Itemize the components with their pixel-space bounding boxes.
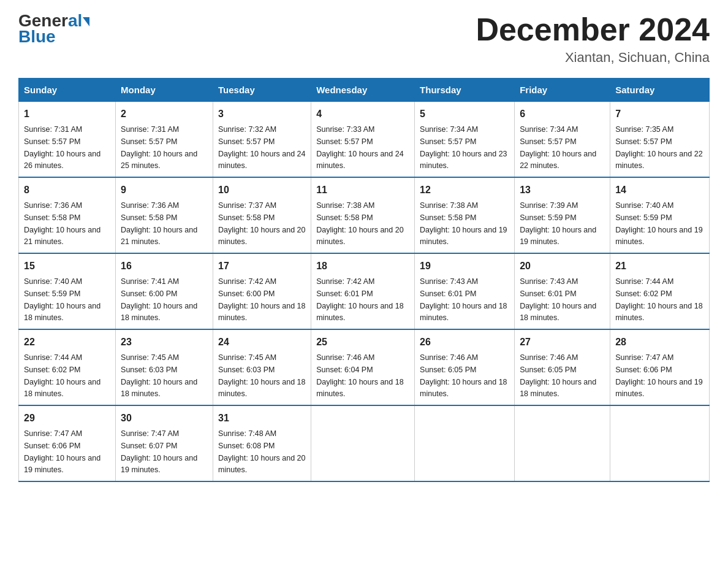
day-info: Sunrise: 7:46 AMSunset: 6:05 PMDaylight:…	[420, 353, 507, 398]
day-cell-31: 31Sunrise: 7:48 AMSunset: 6:08 PMDayligh…	[213, 405, 311, 481]
day-info: Sunrise: 7:43 AMSunset: 6:01 PMDaylight:…	[420, 277, 507, 322]
weekday-header-tuesday: Tuesday	[213, 79, 311, 102]
weekday-header-row: SundayMondayTuesdayWednesdayThursdayFrid…	[19, 79, 710, 102]
day-number: 3	[218, 107, 306, 121]
day-cell-21: 21Sunrise: 7:44 AMSunset: 6:02 PMDayligh…	[610, 253, 710, 329]
day-info: Sunrise: 7:39 AMSunset: 5:59 PMDaylight:…	[520, 201, 596, 246]
day-info: Sunrise: 7:40 AMSunset: 5:59 PMDaylight:…	[24, 277, 100, 322]
day-cell-28: 28Sunrise: 7:47 AMSunset: 6:06 PMDayligh…	[610, 329, 710, 405]
day-info: Sunrise: 7:47 AMSunset: 6:07 PMDaylight:…	[121, 429, 197, 474]
day-info: Sunrise: 7:36 AMSunset: 5:58 PMDaylight:…	[121, 201, 197, 246]
day-number: 24	[218, 335, 306, 350]
day-info: Sunrise: 7:34 AMSunset: 5:57 PMDaylight:…	[520, 125, 596, 170]
day-info: Sunrise: 7:45 AMSunset: 6:03 PMDaylight:…	[218, 353, 305, 398]
day-number: 19	[420, 259, 509, 274]
day-info: Sunrise: 7:46 AMSunset: 6:04 PMDaylight:…	[316, 353, 403, 398]
day-number: 30	[121, 411, 208, 426]
day-number: 20	[520, 259, 605, 274]
day-info: Sunrise: 7:33 AMSunset: 5:57 PMDaylight:…	[316, 125, 403, 170]
day-cell-22: 22Sunrise: 7:44 AMSunset: 6:02 PMDayligh…	[19, 329, 116, 405]
day-info: Sunrise: 7:38 AMSunset: 5:58 PMDaylight:…	[316, 201, 403, 246]
empty-cell	[415, 405, 515, 481]
day-info: Sunrise: 7:40 AMSunset: 5:59 PMDaylight:…	[615, 201, 702, 246]
day-cell-8: 8Sunrise: 7:36 AMSunset: 5:58 PMDaylight…	[19, 177, 116, 253]
day-number: 7	[615, 107, 704, 121]
day-info: Sunrise: 7:46 AMSunset: 6:05 PMDaylight:…	[520, 353, 596, 398]
day-number: 15	[24, 259, 110, 274]
day-info: Sunrise: 7:44 AMSunset: 6:02 PMDaylight:…	[615, 277, 702, 322]
day-number: 29	[24, 411, 110, 426]
day-number: 16	[121, 259, 208, 274]
day-number: 14	[615, 183, 704, 197]
page-header: General Blue December 2024 Xiantan, Sich…	[18, 12, 710, 66]
day-cell-13: 13Sunrise: 7:39 AMSunset: 5:59 PMDayligh…	[515, 177, 610, 253]
day-cell-2: 2Sunrise: 7:31 AMSunset: 5:57 PMDaylight…	[116, 102, 213, 178]
day-cell-25: 25Sunrise: 7:46 AMSunset: 6:04 PMDayligh…	[311, 329, 415, 405]
day-info: Sunrise: 7:45 AMSunset: 6:03 PMDaylight:…	[121, 353, 197, 398]
day-cell-30: 30Sunrise: 7:47 AMSunset: 6:07 PMDayligh…	[116, 405, 213, 481]
location: Xiantan, Sichuan, China	[476, 50, 710, 66]
day-info: Sunrise: 7:31 AMSunset: 5:57 PMDaylight:…	[121, 125, 197, 170]
day-number: 10	[218, 183, 306, 197]
day-info: Sunrise: 7:42 AMSunset: 6:00 PMDaylight:…	[218, 277, 305, 322]
day-info: Sunrise: 7:34 AMSunset: 5:57 PMDaylight:…	[420, 125, 507, 170]
day-number: 18	[316, 259, 409, 274]
day-info: Sunrise: 7:31 AMSunset: 5:57 PMDaylight:…	[24, 125, 100, 170]
empty-cell	[311, 405, 415, 481]
weekday-header-monday: Monday	[116, 79, 213, 102]
day-info: Sunrise: 7:42 AMSunset: 6:01 PMDaylight:…	[316, 277, 403, 322]
calendar-table: SundayMondayTuesdayWednesdayThursdayFrid…	[18, 78, 710, 482]
day-cell-6: 6Sunrise: 7:34 AMSunset: 5:57 PMDaylight…	[515, 102, 610, 178]
day-number: 2	[121, 107, 208, 121]
day-cell-12: 12Sunrise: 7:38 AMSunset: 5:58 PMDayligh…	[415, 177, 515, 253]
week-row-1: 1Sunrise: 7:31 AMSunset: 5:57 PMDaylight…	[19, 102, 710, 178]
day-cell-23: 23Sunrise: 7:45 AMSunset: 6:03 PMDayligh…	[116, 329, 213, 405]
weekday-header-thursday: Thursday	[415, 79, 515, 102]
day-info: Sunrise: 7:43 AMSunset: 6:01 PMDaylight:…	[520, 277, 596, 322]
day-number: 11	[316, 183, 409, 197]
day-number: 13	[520, 183, 605, 197]
day-number: 12	[420, 183, 509, 197]
day-number: 8	[24, 183, 110, 197]
month-title: December 2024	[476, 12, 710, 47]
day-number: 4	[316, 107, 409, 121]
logo: General Blue	[18, 12, 89, 47]
day-number: 6	[520, 107, 605, 121]
day-number: 17	[218, 259, 306, 274]
weekday-header-wednesday: Wednesday	[311, 79, 415, 102]
day-cell-26: 26Sunrise: 7:46 AMSunset: 6:05 PMDayligh…	[415, 329, 515, 405]
day-cell-10: 10Sunrise: 7:37 AMSunset: 5:58 PMDayligh…	[213, 177, 311, 253]
day-info: Sunrise: 7:47 AMSunset: 6:06 PMDaylight:…	[24, 429, 100, 474]
weekday-header-saturday: Saturday	[610, 79, 710, 102]
day-cell-17: 17Sunrise: 7:42 AMSunset: 6:00 PMDayligh…	[213, 253, 311, 329]
day-cell-24: 24Sunrise: 7:45 AMSunset: 6:03 PMDayligh…	[213, 329, 311, 405]
day-info: Sunrise: 7:37 AMSunset: 5:58 PMDaylight:…	[218, 201, 305, 246]
day-cell-1: 1Sunrise: 7:31 AMSunset: 5:57 PMDaylight…	[19, 102, 116, 178]
day-cell-18: 18Sunrise: 7:42 AMSunset: 6:01 PMDayligh…	[311, 253, 415, 329]
day-number: 26	[420, 335, 509, 350]
day-info: Sunrise: 7:38 AMSunset: 5:58 PMDaylight:…	[420, 201, 507, 246]
day-cell-7: 7Sunrise: 7:35 AMSunset: 5:57 PMDaylight…	[610, 102, 710, 178]
logo-blue-line: Blue	[18, 27, 56, 47]
day-number: 25	[316, 335, 409, 350]
day-info: Sunrise: 7:35 AMSunset: 5:57 PMDaylight:…	[615, 125, 702, 170]
day-number: 5	[420, 107, 509, 121]
weekday-header-friday: Friday	[515, 79, 610, 102]
day-number: 21	[615, 259, 704, 274]
day-cell-15: 15Sunrise: 7:40 AMSunset: 5:59 PMDayligh…	[19, 253, 116, 329]
day-cell-3: 3Sunrise: 7:32 AMSunset: 5:57 PMDaylight…	[213, 102, 311, 178]
day-cell-29: 29Sunrise: 7:47 AMSunset: 6:06 PMDayligh…	[19, 405, 116, 481]
day-cell-11: 11Sunrise: 7:38 AMSunset: 5:58 PMDayligh…	[311, 177, 415, 253]
day-cell-4: 4Sunrise: 7:33 AMSunset: 5:57 PMDaylight…	[311, 102, 415, 178]
day-info: Sunrise: 7:44 AMSunset: 6:02 PMDaylight:…	[24, 353, 100, 398]
weekday-header-sunday: Sunday	[19, 79, 116, 102]
day-number: 9	[121, 183, 208, 197]
week-row-3: 15Sunrise: 7:40 AMSunset: 5:59 PMDayligh…	[19, 253, 710, 329]
day-info: Sunrise: 7:41 AMSunset: 6:00 PMDaylight:…	[121, 277, 197, 322]
day-info: Sunrise: 7:36 AMSunset: 5:58 PMDaylight:…	[24, 201, 100, 246]
day-cell-16: 16Sunrise: 7:41 AMSunset: 6:00 PMDayligh…	[116, 253, 213, 329]
day-cell-20: 20Sunrise: 7:43 AMSunset: 6:01 PMDayligh…	[515, 253, 610, 329]
empty-cell	[515, 405, 610, 481]
day-cell-5: 5Sunrise: 7:34 AMSunset: 5:57 PMDaylight…	[415, 102, 515, 178]
empty-cell	[610, 405, 710, 481]
